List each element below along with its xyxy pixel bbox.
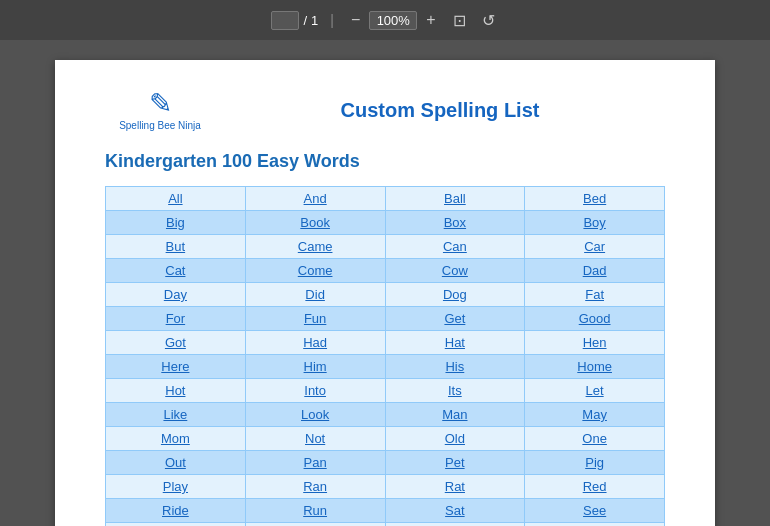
word-cell: Cow [385,259,525,283]
word-cell: For [106,307,246,331]
page-current-input[interactable]: 1 [271,11,299,30]
word-cell: Pig [525,451,665,475]
word-cell: Out [106,451,246,475]
table-row: ButCameCanCar [106,235,665,259]
page-separator: / [303,13,307,28]
zoom-control: − 100% + [346,10,441,30]
word-cell: See [525,499,665,523]
word-cell: Rat [385,475,525,499]
word-cell: Not [245,427,385,451]
document-area: ✎ Spelling Bee Ninja Custom Spelling Lis… [0,40,770,526]
table-row: MomNotOldOne [106,427,665,451]
table-row: LikeLookManMay [106,403,665,427]
word-cell: Him [245,355,385,379]
word-cell: Fun [245,307,385,331]
word-cell: Man [385,403,525,427]
toolbar: 1 / 1 | − 100% + ⊡ ↺ [0,0,770,40]
word-cell: Get [385,307,525,331]
separator-1: | [330,12,334,28]
word-cell: Boy [525,211,665,235]
word-cell: Let [525,379,665,403]
word-cell: Home [525,355,665,379]
word-cell: Can [385,235,525,259]
logo-icon: ✎ [149,90,172,118]
word-cell: Run [245,499,385,523]
word-cell: Six [385,523,525,527]
word-cell: Dad [525,259,665,283]
word-cell: Dog [385,283,525,307]
word-table: AllAndBallBedBigBookBoxBoyButCameCanCarC… [105,186,665,526]
logo: ✎ Spelling Bee Ninja [105,90,215,131]
table-row: PlayRanRatRed [106,475,665,499]
word-cell: Cat [106,259,246,283]
fit-page-icon[interactable]: ⊡ [449,9,470,32]
word-cell: Box [385,211,525,235]
table-row: SheSitSixStop [106,523,665,527]
word-cell: Bed [525,187,665,211]
word-cell: But [106,235,246,259]
word-cell: Old [385,427,525,451]
zoom-out-button[interactable]: − [346,10,365,30]
table-row: AllAndBallBed [106,187,665,211]
word-cell: Car [525,235,665,259]
word-cell: Mom [106,427,246,451]
word-cell: And [245,187,385,211]
word-cell: Got [106,331,246,355]
page-title: Custom Spelling List [215,99,665,122]
word-cell: Here [106,355,246,379]
word-cell: Play [106,475,246,499]
word-cell: Fat [525,283,665,307]
word-cell: Pan [245,451,385,475]
table-row: HotIntoItsLet [106,379,665,403]
table-row: ForFunGetGood [106,307,665,331]
word-cell: Ball [385,187,525,211]
table-row: GotHadHatHen [106,331,665,355]
table-row: BigBookBoxBoy [106,211,665,235]
word-cell: Came [245,235,385,259]
word-cell: Stop [525,523,665,527]
word-cell: Look [245,403,385,427]
table-row: RideRunSatSee [106,499,665,523]
subtitle: Kindergarten 100 Easy Words [105,151,665,172]
word-cell: Come [245,259,385,283]
word-cell: His [385,355,525,379]
word-cell: Good [525,307,665,331]
word-cell: Ride [106,499,246,523]
word-cell: Sit [245,523,385,527]
table-row: OutPanPetPig [106,451,665,475]
word-cell: Hat [385,331,525,355]
word-cell: One [525,427,665,451]
table-row: CatComeCowDad [106,259,665,283]
table-row: HereHimHisHome [106,355,665,379]
logo-text: Spelling Bee Ninja [119,120,201,131]
word-cell: Book [245,211,385,235]
page-indicator: 1 / 1 [271,11,318,30]
zoom-in-button[interactable]: + [421,10,440,30]
word-cell: Ran [245,475,385,499]
word-cell: Pet [385,451,525,475]
word-cell: Had [245,331,385,355]
table-row: DayDidDogFat [106,283,665,307]
word-cell: Its [385,379,525,403]
word-cell: Into [245,379,385,403]
word-cell: Hen [525,331,665,355]
page: ✎ Spelling Bee Ninja Custom Spelling Lis… [55,60,715,526]
word-cell: Red [525,475,665,499]
word-cell: Hot [106,379,246,403]
word-cell: She [106,523,246,527]
history-icon[interactable]: ↺ [478,9,499,32]
page-header: ✎ Spelling Bee Ninja Custom Spelling Lis… [105,90,665,131]
word-cell: Like [106,403,246,427]
word-cell: Day [106,283,246,307]
word-cell: May [525,403,665,427]
word-cell: Did [245,283,385,307]
word-cell: Sat [385,499,525,523]
page-total: 1 [311,13,318,28]
word-cell: Big [106,211,246,235]
word-cell: All [106,187,246,211]
zoom-value: 100% [369,11,417,30]
